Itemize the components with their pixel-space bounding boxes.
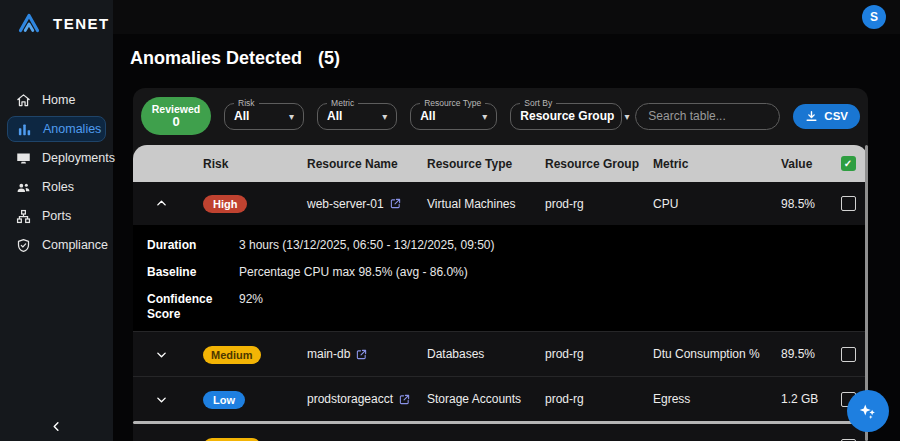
detail-label: Duration — [147, 238, 239, 253]
table-row: Medium main-db Databases prod-rg Dtu Con… — [133, 331, 868, 376]
user-avatar[interactable]: S — [862, 5, 886, 29]
header-value: Value — [773, 157, 828, 171]
resource-type-filter-label: Resource Type — [420, 98, 485, 108]
csv-export-button[interactable]: CSV — [793, 104, 860, 129]
sort-by-select[interactable]: Sort By Resource Group ▾ — [510, 103, 622, 130]
brand-name: TENET — [53, 15, 110, 32]
chevron-down-icon: ▾ — [372, 111, 387, 122]
chevron-down-icon: ▾ — [279, 111, 294, 122]
metric-filter-select[interactable]: Metric All ▾ — [317, 103, 397, 130]
value: 98.5% — [773, 197, 828, 211]
row-checkbox[interactable] — [841, 196, 856, 211]
network-icon — [16, 209, 31, 224]
home-icon — [16, 93, 31, 108]
row-checkbox[interactable] — [841, 347, 856, 362]
anomalies-table: Risk Resource Name Resource Type Resourc… — [133, 145, 868, 441]
expand-row-button[interactable] — [156, 394, 167, 405]
sidebar-item-label: Roles — [42, 180, 74, 194]
risk-filter-value: All — [234, 109, 249, 123]
sidebar-item-ports[interactable]: Ports — [7, 203, 106, 229]
sidebar-nav: Home Anomalies Deployments Roles — [0, 87, 113, 258]
value: 89.5% — [773, 347, 828, 361]
expand-row-button[interactable] — [156, 349, 167, 360]
table-row: High web-server-01 Virtual Machines prod… — [133, 182, 868, 225]
resource-group: prod-rg — [537, 392, 645, 406]
tenet-logo-icon — [16, 11, 42, 35]
resource-name: prodstorageacct — [307, 392, 393, 406]
detail-label: Confidence Score — [147, 292, 239, 322]
resource-group: prod-rg — [537, 347, 645, 361]
csv-button-label: CSV — [824, 110, 848, 122]
shield-check-icon — [16, 238, 31, 253]
monitor-icon — [16, 151, 31, 166]
header-risk: Risk — [189, 157, 299, 171]
chevron-left-icon — [51, 421, 62, 432]
page-title-text: Anomalies Detected — [130, 48, 302, 69]
metric-filter-label: Metric — [327, 98, 358, 108]
header-metric: Metric — [645, 157, 773, 171]
metric: Egress — [645, 392, 773, 406]
resource-name: web-server-01 — [307, 197, 384, 211]
risk-filter-select[interactable]: Risk All ▾ — [224, 103, 304, 130]
risk-badge: High — [203, 195, 247, 213]
header-resource-type: Resource Type — [419, 157, 537, 171]
sidebar: TENET Home Anomalies Deployments — [0, 0, 113, 441]
sidebar-item-label: Ports — [42, 209, 71, 223]
sidebar-item-anomalies[interactable]: Anomalies — [7, 116, 106, 142]
collapse-row-button[interactable] — [156, 198, 167, 209]
people-icon — [16, 180, 31, 195]
search-input[interactable] — [635, 103, 780, 130]
table-header-row: Risk Resource Name Resource Type Resourc… — [133, 145, 868, 182]
resource-type: Databases — [419, 347, 537, 361]
anomaly-count: (5) — [318, 48, 340, 69]
sidebar-item-compliance[interactable]: Compliance — [7, 232, 106, 258]
risk-filter-label: Risk — [234, 98, 259, 108]
table-row: Low prodstorageacct Storage Accounts pro… — [133, 376, 868, 421]
metric: CPU — [645, 197, 773, 211]
sort-by-label: Sort By — [520, 98, 556, 108]
sidebar-item-label: Compliance — [42, 238, 108, 252]
download-icon — [805, 110, 818, 123]
value: 1.2 GB — [773, 392, 828, 406]
sidebar-item-label: Home — [42, 93, 75, 107]
external-link-icon[interactable] — [356, 349, 367, 360]
chevron-down-icon — [156, 349, 167, 360]
external-link-icon[interactable] — [399, 394, 410, 405]
anomalies-card: Reviewed 0 Risk All ▾ Metric All ▾ Resou… — [133, 88, 868, 441]
sidebar-item-label: Deployments — [42, 151, 115, 165]
detail-value: Percentage CPU max 98.5% (avg - 86.0%) — [239, 265, 468, 280]
row-details-panel: Duration 3 hours (13/12/2025, 06:50 - 13… — [133, 225, 868, 331]
detail-value: 3 hours (13/12/2025, 06:50 - 13/12/2025,… — [239, 238, 495, 253]
resource-group: prod-rg — [537, 197, 645, 211]
sidebar-item-deployments[interactable]: Deployments — [7, 145, 106, 171]
reviewed-counter[interactable]: Reviewed 0 — [141, 97, 211, 135]
detail-value: 92% — [239, 292, 263, 322]
sidebar-item-label: Anomalies — [43, 122, 101, 136]
external-link-icon[interactable] — [390, 198, 401, 209]
page-title: Anomalies Detected (5) — [130, 48, 340, 69]
sparkles-icon — [857, 400, 879, 422]
sidebar-collapse-button[interactable] — [0, 415, 113, 437]
select-all-checkbox[interactable]: ✓ — [841, 156, 856, 171]
sort-by-value: Resource Group — [520, 109, 614, 123]
metric-filter-value: All — [327, 109, 342, 123]
reviewed-count: 0 — [172, 115, 179, 130]
ai-assistant-button[interactable] — [847, 390, 889, 432]
resource-type-filter-select[interactable]: Resource Type All ▾ — [410, 103, 497, 130]
metric: Dtu Consumption % — [645, 347, 773, 361]
header-resource-name: Resource Name — [299, 157, 419, 171]
sidebar-item-home[interactable]: Home — [7, 87, 106, 113]
chevron-down-icon: ▾ — [472, 111, 487, 122]
header-resource-group: Resource Group — [537, 157, 645, 171]
risk-badge: Low — [203, 391, 245, 409]
chevron-up-icon — [156, 198, 167, 209]
detail-label: Baseline — [147, 265, 239, 280]
topbar: S — [113, 0, 900, 34]
brand-logo: TENET — [0, 0, 113, 35]
chevron-down-icon — [156, 394, 167, 405]
sidebar-item-roles[interactable]: Roles — [7, 174, 106, 200]
chevron-down-icon: ▾ — [614, 111, 629, 122]
filter-bar: Reviewed 0 Risk All ▾ Metric All ▾ Resou… — [133, 88, 868, 145]
table-row: Medium app-service-01 App Services prod-… — [133, 424, 868, 441]
reviewed-label: Reviewed — [152, 103, 200, 115]
